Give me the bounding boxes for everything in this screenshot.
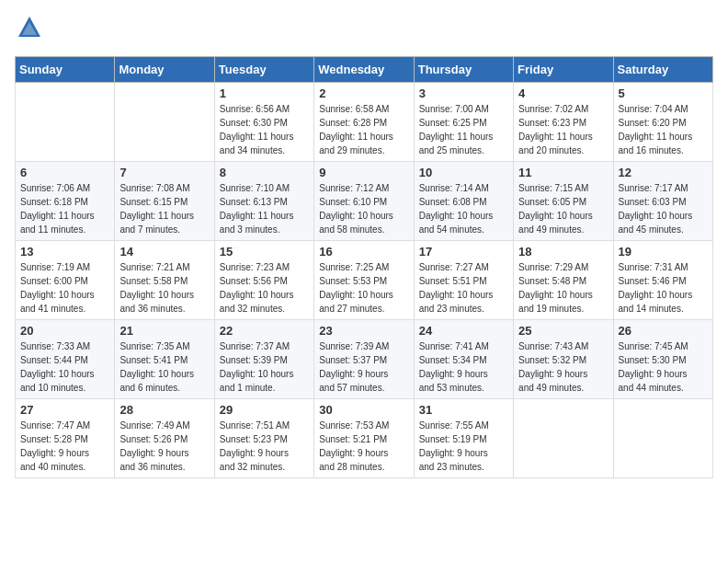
week-row-2: 6Sunrise: 7:06 AM Sunset: 6:18 PM Daylig… — [16, 162, 713, 241]
day-number: 11 — [518, 166, 608, 179]
calendar-cell: 5Sunrise: 7:04 AM Sunset: 6:20 PM Daylig… — [613, 83, 712, 162]
day-info: Sunrise: 7:55 AM Sunset: 5:19 PM Dayligh… — [419, 419, 508, 474]
day-number: 17 — [419, 245, 508, 259]
calendar-cell: 22Sunrise: 7:37 AM Sunset: 5:39 PM Dayli… — [214, 320, 313, 399]
calendar-table: SundayMondayTuesdayWednesdayThursdayFrid… — [15, 56, 713, 478]
day-number: 16 — [319, 245, 408, 259]
day-number: 8 — [220, 166, 309, 179]
day-number: 20 — [20, 324, 109, 338]
day-info: Sunrise: 7:17 AM Sunset: 6:03 PM Dayligh… — [619, 181, 708, 236]
day-number: 19 — [619, 245, 708, 259]
calendar-cell — [613, 399, 712, 478]
calendar-cell: 3Sunrise: 7:00 AM Sunset: 6:25 PM Daylig… — [414, 83, 513, 162]
day-number: 23 — [319, 324, 408, 338]
page-header — [15, 15, 713, 45]
day-number: 3 — [419, 86, 508, 100]
day-number: 29 — [220, 403, 309, 417]
day-info: Sunrise: 7:47 AM Sunset: 5:28 PM Dayligh… — [20, 419, 109, 474]
calendar-cell — [16, 83, 115, 162]
day-info: Sunrise: 7:51 AM Sunset: 5:23 PM Dayligh… — [220, 419, 309, 474]
week-row-4: 20Sunrise: 7:33 AM Sunset: 5:44 PM Dayli… — [16, 320, 713, 399]
calendar-cell — [115, 83, 214, 162]
day-info: Sunrise: 6:58 AM Sunset: 6:28 PM Dayligh… — [319, 102, 408, 157]
day-number: 5 — [619, 86, 708, 100]
calendar-cell: 31Sunrise: 7:55 AM Sunset: 5:19 PM Dayli… — [414, 399, 513, 478]
day-number: 30 — [319, 403, 408, 417]
day-info: Sunrise: 7:21 AM Sunset: 5:58 PM Dayligh… — [119, 260, 209, 316]
calendar-cell: 20Sunrise: 7:33 AM Sunset: 5:44 PM Dayli… — [16, 320, 115, 399]
header-wednesday: Wednesday — [314, 57, 414, 83]
calendar-cell: 16Sunrise: 7:25 AM Sunset: 5:53 PM Dayli… — [314, 241, 414, 320]
day-info: Sunrise: 7:35 AM Sunset: 5:41 PM Dayligh… — [119, 339, 209, 395]
calendar-cell: 8Sunrise: 7:10 AM Sunset: 6:13 PM Daylig… — [214, 162, 313, 241]
calendar-cell: 24Sunrise: 7:41 AM Sunset: 5:34 PM Dayli… — [414, 320, 513, 399]
day-number: 7 — [119, 166, 209, 179]
header-thursday: Thursday — [414, 57, 513, 83]
calendar-cell: 10Sunrise: 7:14 AM Sunset: 6:08 PM Dayli… — [414, 162, 513, 241]
day-number: 31 — [419, 403, 508, 417]
day-info: Sunrise: 7:23 AM Sunset: 5:56 PM Dayligh… — [220, 260, 309, 316]
day-info: Sunrise: 7:04 AM Sunset: 6:20 PM Dayligh… — [619, 102, 708, 157]
day-info: Sunrise: 7:43 AM Sunset: 5:32 PM Dayligh… — [518, 339, 608, 395]
day-info: Sunrise: 7:10 AM Sunset: 6:13 PM Dayligh… — [220, 181, 309, 236]
day-number: 24 — [419, 324, 508, 338]
logo — [15, 15, 42, 45]
day-info: Sunrise: 7:00 AM Sunset: 6:25 PM Dayligh… — [419, 102, 508, 157]
calendar-cell: 19Sunrise: 7:31 AM Sunset: 5:46 PM Dayli… — [613, 241, 712, 320]
day-number: 18 — [518, 245, 608, 259]
calendar-cell: 1Sunrise: 6:56 AM Sunset: 6:30 PM Daylig… — [214, 83, 313, 162]
day-info: Sunrise: 7:08 AM Sunset: 6:15 PM Dayligh… — [119, 181, 209, 236]
calendar-cell: 13Sunrise: 7:19 AM Sunset: 6:00 PM Dayli… — [16, 241, 115, 320]
day-info: Sunrise: 7:27 AM Sunset: 5:51 PM Dayligh… — [419, 260, 508, 316]
day-number: 27 — [20, 403, 109, 417]
day-info: Sunrise: 7:06 AM Sunset: 6:18 PM Dayligh… — [20, 181, 109, 236]
calendar-cell: 23Sunrise: 7:39 AM Sunset: 5:37 PM Dayli… — [314, 320, 414, 399]
calendar-cell: 15Sunrise: 7:23 AM Sunset: 5:56 PM Dayli… — [214, 241, 313, 320]
calendar-cell: 2Sunrise: 6:58 AM Sunset: 6:28 PM Daylig… — [314, 83, 414, 162]
calendar-cell: 25Sunrise: 7:43 AM Sunset: 5:32 PM Dayli… — [514, 320, 613, 399]
day-info: Sunrise: 7:25 AM Sunset: 5:53 PM Dayligh… — [319, 260, 408, 316]
day-number: 22 — [220, 324, 309, 338]
calendar-cell: 4Sunrise: 7:02 AM Sunset: 6:23 PM Daylig… — [514, 83, 613, 162]
day-number: 28 — [119, 403, 209, 417]
logo-icon — [17, 15, 42, 40]
calendar-header-row: SundayMondayTuesdayWednesdayThursdayFrid… — [16, 57, 713, 83]
calendar-cell: 26Sunrise: 7:45 AM Sunset: 5:30 PM Dayli… — [613, 320, 712, 399]
day-info: Sunrise: 7:41 AM Sunset: 5:34 PM Dayligh… — [419, 339, 508, 395]
calendar-cell: 6Sunrise: 7:06 AM Sunset: 6:18 PM Daylig… — [16, 162, 115, 241]
week-row-5: 27Sunrise: 7:47 AM Sunset: 5:28 PM Dayli… — [16, 399, 713, 478]
day-info: Sunrise: 7:53 AM Sunset: 5:21 PM Dayligh… — [319, 419, 408, 474]
calendar-cell: 18Sunrise: 7:29 AM Sunset: 5:48 PM Dayli… — [514, 241, 613, 320]
calendar-cell: 12Sunrise: 7:17 AM Sunset: 6:03 PM Dayli… — [613, 162, 712, 241]
day-info: Sunrise: 7:49 AM Sunset: 5:26 PM Dayligh… — [119, 419, 209, 474]
header-saturday: Saturday — [613, 57, 712, 83]
calendar-cell — [514, 399, 613, 478]
calendar-cell: 28Sunrise: 7:49 AM Sunset: 5:26 PM Dayli… — [115, 399, 214, 478]
day-number: 12 — [619, 166, 708, 179]
calendar-cell: 27Sunrise: 7:47 AM Sunset: 5:28 PM Dayli… — [16, 399, 115, 478]
calendar-cell: 29Sunrise: 7:51 AM Sunset: 5:23 PM Dayli… — [214, 399, 313, 478]
day-info: Sunrise: 7:02 AM Sunset: 6:23 PM Dayligh… — [518, 102, 608, 157]
calendar-cell: 11Sunrise: 7:15 AM Sunset: 6:05 PM Dayli… — [514, 162, 613, 241]
day-number: 14 — [119, 245, 209, 259]
day-info: Sunrise: 7:45 AM Sunset: 5:30 PM Dayligh… — [619, 339, 708, 395]
day-number: 26 — [619, 324, 708, 338]
day-number: 4 — [518, 86, 608, 100]
header-friday: Friday — [514, 57, 613, 83]
day-info: Sunrise: 7:33 AM Sunset: 5:44 PM Dayligh… — [20, 339, 109, 395]
calendar-cell: 30Sunrise: 7:53 AM Sunset: 5:21 PM Dayli… — [314, 399, 414, 478]
calendar-cell: 21Sunrise: 7:35 AM Sunset: 5:41 PM Dayli… — [115, 320, 214, 399]
calendar-cell: 14Sunrise: 7:21 AM Sunset: 5:58 PM Dayli… — [115, 241, 214, 320]
calendar-cell: 9Sunrise: 7:12 AM Sunset: 6:10 PM Daylig… — [314, 162, 414, 241]
day-number: 21 — [119, 324, 209, 338]
day-number: 2 — [319, 86, 408, 100]
day-number: 9 — [319, 166, 408, 179]
week-row-3: 13Sunrise: 7:19 AM Sunset: 6:00 PM Dayli… — [16, 241, 713, 320]
day-number: 1 — [220, 86, 309, 100]
header-monday: Monday — [115, 57, 214, 83]
day-info: Sunrise: 7:14 AM Sunset: 6:08 PM Dayligh… — [419, 181, 508, 236]
day-info: Sunrise: 7:19 AM Sunset: 6:00 PM Dayligh… — [20, 260, 109, 316]
calendar-cell: 17Sunrise: 7:27 AM Sunset: 5:51 PM Dayli… — [414, 241, 513, 320]
day-number: 10 — [419, 166, 508, 179]
header-sunday: Sunday — [16, 57, 115, 83]
